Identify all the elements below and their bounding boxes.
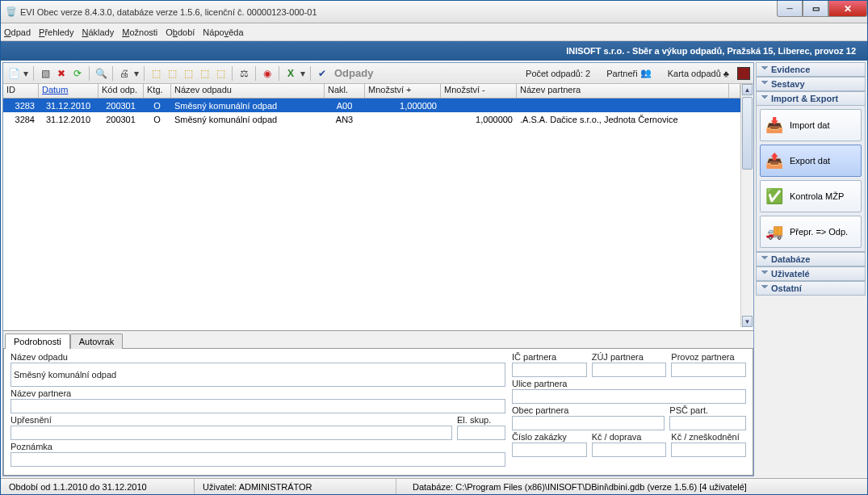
col-tail: [729, 84, 740, 98]
menu-moznosti[interactable]: Možnosti: [122, 27, 157, 37]
tool5-icon[interactable]: ⬚: [213, 66, 228, 81]
menu-odpad[interactable]: Odpad: [4, 27, 31, 37]
scales-icon[interactable]: ⚖: [237, 66, 251, 81]
acc-ostatni[interactable]: Ostatní: [756, 281, 866, 296]
col-partner[interactable]: Název partnera: [517, 84, 729, 98]
tab-autovrak[interactable]: Autovrak: [70, 333, 123, 349]
menu-prehledy[interactable]: Přehledy: [39, 27, 73, 37]
globe-icon[interactable]: ◉: [260, 66, 275, 81]
lbl-kc-doprava: Kč / doprava: [592, 432, 667, 442]
lbl-cislo-zakazky: Číslo zakázky: [512, 432, 587, 442]
table-row[interactable]: 3284 31.12.2010 200301 O Směsný komunáln…: [3, 112, 740, 126]
acc-import-export[interactable]: Import & Export: [756, 91, 866, 106]
col-mplus[interactable]: Množství +: [365, 84, 441, 98]
count-label: Počet odpadů: 2: [526, 69, 590, 78]
lbl-zuj-partnera: ZÚJ partnera: [592, 352, 667, 362]
lbl-provoz-partnera: Provoz partnera: [671, 352, 746, 362]
grid-header: ID Datum Kód odp. Ktg. Název odpadu Nakl…: [3, 84, 740, 99]
panel-import-export: 📥Import dat 📤Export dat ✅Kontrola MŽP 🚚P…: [756, 106, 866, 252]
scroll-thumb[interactable]: [742, 97, 753, 170]
col-datum[interactable]: Datum: [39, 84, 99, 98]
btn-prepr[interactable]: 🚚Přepr. => Odp.: [760, 216, 862, 248]
col-mminus[interactable]: Množství -: [441, 84, 517, 98]
dropdown-icon[interactable]: ▾: [23, 66, 29, 81]
col-kod[interactable]: Kód odp.: [99, 84, 144, 98]
new-icon[interactable]: 📄: [6, 66, 21, 81]
search-icon[interactable]: 🔍: [94, 66, 108, 81]
lbl-obec-partnera: Obec partnera: [512, 405, 665, 415]
clover-icon: ♣: [723, 69, 729, 78]
print-icon[interactable]: 🖨: [117, 66, 132, 81]
excel-dropdown-icon[interactable]: ▾: [300, 66, 306, 81]
acc-sestavy[interactable]: Sestavy: [756, 77, 866, 91]
cut-icon[interactable]: ▧: [38, 66, 52, 81]
tool4-icon[interactable]: ⬚: [197, 66, 212, 81]
scroll-down-icon[interactable]: ▼: [742, 316, 753, 327]
partner-link[interactable]: Partneři 👥: [606, 68, 652, 78]
menu-napoveda[interactable]: Nápověda: [203, 27, 243, 37]
title-bar: 🗑️ EVI Obec verze 8.4.3.0, databáze verz…: [1, 1, 867, 23]
grid-empty: [3, 126, 740, 327]
input-cislo-zakazky[interactable]: [512, 443, 587, 457]
dark-button[interactable]: [737, 67, 750, 80]
input-kc-zneskodneni[interactable]: [671, 443, 746, 457]
col-nakl[interactable]: Nakl.: [325, 84, 365, 98]
grid-body: 3283 31.12.2010 200301 O Směsný komunáln…: [3, 99, 740, 126]
btn-export-dat[interactable]: 📤Export dat: [760, 145, 862, 177]
lbl-nazev-partnera: Název partnera: [10, 388, 505, 398]
col-id[interactable]: ID: [3, 84, 39, 98]
delete-icon[interactable]: ✖: [54, 66, 69, 81]
input-upresneni[interactable]: [10, 426, 452, 440]
minimize-button[interactable]: ─: [777, 1, 803, 17]
check-icon[interactable]: ✔: [315, 66, 329, 81]
window-title: EVI Obec verze 8.4.3.0, databáze verze 1…: [20, 7, 777, 17]
tool2-icon[interactable]: ⬚: [165, 66, 179, 81]
tool3-icon[interactable]: ⬚: [181, 66, 195, 81]
input-poznamka[interactable]: [10, 452, 505, 467]
input-ulice-partnera[interactable]: [512, 389, 746, 404]
input-el-skup[interactable]: [457, 426, 505, 440]
status-db: Databáze: C:\Program Files (x86)\INISOFT…: [396, 479, 867, 494]
input-zuj-partnera[interactable]: [592, 363, 667, 377]
col-nazev[interactable]: Název odpadu: [171, 84, 325, 98]
details-panel: Název odpadu Název partnera Upřesnění El…: [3, 348, 753, 476]
side-panel: Evidence Sestavy Import & Export 📥Import…: [756, 62, 866, 476]
lbl-poznamka: Poznámka: [10, 442, 505, 451]
print-dropdown-icon[interactable]: ▾: [133, 66, 140, 81]
refresh-icon[interactable]: ⟳: [70, 66, 85, 81]
close-button[interactable]: ✕: [828, 1, 867, 17]
check-doc-icon: ✅: [764, 186, 785, 207]
table-row[interactable]: 3283 31.12.2010 200301 O Směsný komunáln…: [3, 99, 740, 112]
tool1-icon[interactable]: ⬚: [149, 66, 163, 81]
input-ic-partnera[interactable]: [512, 363, 587, 377]
lbl-ulice-partnera: Ulice partnera: [512, 379, 746, 388]
input-provoz-partnera[interactable]: [671, 363, 746, 377]
menu-obdobi[interactable]: Období: [166, 27, 195, 37]
status-obdobi: Období od 1.1.2010 do 31.12.2010: [1, 479, 195, 494]
input-nazev-partnera[interactable]: [10, 399, 505, 413]
input-obec-partnera[interactable]: [512, 416, 665, 430]
menu-bar: Odpad Přehledy Náklady Možnosti Období N…: [1, 23, 867, 41]
btn-import-dat[interactable]: 📥Import dat: [760, 109, 862, 141]
vertical-scrollbar[interactable]: ▲ ▼: [740, 84, 753, 327]
lbl-nazev-odpadu: Název odpadu: [10, 352, 505, 362]
acc-uzivatele[interactable]: Uživatelé: [756, 266, 866, 281]
input-kc-doprava[interactable]: [592, 443, 667, 457]
input-psc-part[interactable]: [669, 416, 746, 430]
lbl-upresneni: Upřesnění: [10, 415, 452, 425]
menu-naklady[interactable]: Náklady: [82, 27, 114, 37]
input-nazev-odpadu[interactable]: [10, 363, 505, 387]
maximize-button[interactable]: ▭: [803, 1, 828, 17]
col-ktg[interactable]: Ktg.: [144, 84, 171, 98]
scroll-up-icon[interactable]: ▲: [742, 84, 753, 95]
app-icon: 🗑️: [6, 6, 17, 17]
karta-link[interactable]: Karta odpadů ♣: [668, 69, 729, 78]
tab-podrobnosti[interactable]: Podrobnosti: [5, 333, 70, 349]
btn-kontrola[interactable]: ✅Kontrola MŽP: [760, 180, 862, 212]
excel-icon[interactable]: X: [283, 66, 298, 81]
acc-databaze[interactable]: Databáze: [756, 252, 866, 266]
context-text: INISOFT s.r.o. - Sběr a výkup odpadů, Pr…: [566, 46, 856, 56]
acc-evidence[interactable]: Evidence: [756, 62, 866, 77]
truck-icon: 🚚: [764, 221, 785, 242]
lbl-el-skup: El. skup.: [457, 415, 505, 425]
